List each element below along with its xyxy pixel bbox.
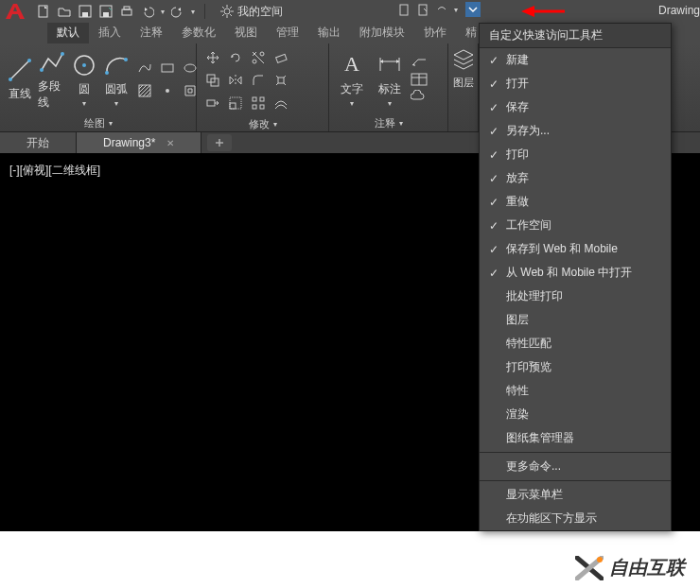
scale-icon[interactable]: [225, 93, 246, 113]
text-button[interactable]: A 文字 ▾: [335, 51, 369, 108]
ribbon-tab-default[interactable]: 默认: [47, 22, 89, 43]
check-icon: ✓: [489, 54, 506, 67]
svg-line-15: [222, 14, 224, 16]
ribbon-tab-annotate[interactable]: 注释: [131, 22, 172, 43]
trim-icon[interactable]: [248, 47, 269, 68]
print-icon[interactable]: [119, 4, 134, 19]
cloud-icon[interactable]: [411, 90, 428, 103]
viewport-label[interactable]: [-][俯视][二维线框]: [9, 164, 100, 177]
table-sm-icon[interactable]: [411, 73, 428, 86]
rotate-icon[interactable]: [225, 47, 246, 68]
menu-item-9[interactable]: ✓从 Web 和 Mobile 中打开: [480, 261, 671, 285]
close-icon[interactable]: ✕: [166, 138, 174, 148]
menu-item-3[interactable]: ✓另存为...: [480, 119, 671, 143]
explode-icon[interactable]: [271, 70, 291, 91]
share-icon[interactable]: [435, 3, 448, 16]
ribbon-tab-addins[interactable]: 附加模块: [350, 22, 414, 43]
workspace-selector[interactable]: 我的空间: [215, 2, 289, 21]
quick-access-toolbar: ▾ ▾ 我的空间: [30, 2, 294, 21]
menu-item-16[interactable]: 图纸集管理器: [480, 426, 671, 450]
svg-rect-28: [162, 64, 173, 72]
menu-item-8[interactable]: ✓保存到 Web 和 Mobile: [480, 237, 671, 261]
copy-icon[interactable]: [202, 70, 223, 91]
menu-header: 自定义快速访问工具栏: [480, 24, 671, 48]
svg-point-32: [253, 60, 256, 63]
spline-icon[interactable]: [134, 58, 155, 78]
undo-dropdown-icon[interactable]: ▾: [161, 8, 165, 16]
array-icon[interactable]: [248, 93, 269, 113]
circle-button[interactable]: 圆 ▾: [70, 51, 98, 108]
svg-line-19: [10, 61, 29, 79]
ribbon-tab-insert[interactable]: 插入: [89, 22, 131, 43]
ribbon-tab-parametric[interactable]: 参数化: [172, 22, 225, 43]
menu-item-15[interactable]: 渲染: [480, 403, 671, 426]
web-open-icon[interactable]: [416, 3, 429, 16]
menu-item-7[interactable]: ✓工作空间: [480, 214, 671, 237]
web-save-icon[interactable]: [397, 3, 411, 16]
menu-item-11[interactable]: 图层: [480, 308, 671, 332]
menu-more-commands[interactable]: 更多命令...: [480, 455, 671, 478]
svg-rect-43: [253, 105, 256, 109]
ribbon-tab-output[interactable]: 输出: [308, 22, 350, 43]
redo-icon[interactable]: [170, 4, 185, 19]
saveas-icon[interactable]: [98, 4, 114, 19]
doc-tab-start[interactable]: 开始: [0, 132, 77, 153]
arc-button[interactable]: 圆弧 ▾: [102, 51, 131, 108]
ribbon-tab-view[interactable]: 视图: [225, 22, 267, 43]
menu-item-5[interactable]: ✓放弃: [480, 166, 671, 190]
undo-icon[interactable]: [140, 4, 155, 19]
fillet-icon[interactable]: [248, 70, 269, 91]
line-icon: [6, 56, 34, 84]
move-icon[interactable]: [202, 47, 223, 68]
menu-item-10[interactable]: 批处理打印: [480, 285, 671, 308]
svg-point-27: [124, 58, 128, 61]
svg-point-23: [61, 52, 64, 56]
ribbon-tab-collab[interactable]: 协作: [414, 22, 456, 43]
watermark-icon: [575, 556, 604, 580]
qat-customize-dropdown[interactable]: [465, 2, 481, 17]
open-icon[interactable]: [57, 4, 72, 19]
modify-tools: [202, 47, 291, 113]
svg-rect-16: [400, 5, 408, 15]
polyline-button[interactable]: 多段线: [38, 48, 66, 111]
erase-icon[interactable]: [271, 47, 291, 68]
point-icon[interactable]: [157, 80, 178, 101]
text-icon: A: [338, 51, 366, 79]
menu-item-14[interactable]: 特性: [480, 379, 671, 403]
svg-point-25: [82, 63, 86, 67]
qat-more-icon[interactable]: ▾: [454, 6, 458, 14]
mirror-icon[interactable]: [225, 70, 246, 91]
panel-annotate: A 文字 ▾ 标注 ▾ 注释▾: [329, 43, 448, 131]
leader-icon[interactable]: [411, 56, 428, 69]
hatch-icon[interactable]: [134, 80, 155, 101]
line-button[interactable]: 直线: [6, 56, 34, 102]
dimension-button[interactable]: 标注 ▾: [373, 51, 407, 108]
menu-item-2[interactable]: ✓保存: [480, 95, 671, 119]
stretch-icon[interactable]: [202, 93, 223, 113]
new-icon[interactable]: [36, 4, 51, 19]
menu-item-12[interactable]: 特性匹配: [480, 332, 671, 355]
svg-rect-38: [207, 100, 215, 106]
menu-item-13[interactable]: 打印预览: [480, 355, 671, 379]
svg-rect-6: [124, 7, 130, 9]
check-icon: ✓: [489, 148, 506, 162]
ribbon-tab-manage[interactable]: 管理: [267, 22, 308, 43]
save-icon[interactable]: [78, 4, 93, 19]
arc-icon: [102, 51, 131, 79]
offset-icon[interactable]: [271, 93, 291, 113]
layer-icon[interactable]: [451, 47, 476, 72]
svg-line-13: [230, 14, 232, 16]
add-tab-button[interactable]: [207, 134, 232, 151]
doc-tab-drawing3[interactable]: Drawing3* ✕: [77, 132, 201, 153]
menu-item-4[interactable]: ✓打印: [480, 143, 671, 166]
menu-show-menubar[interactable]: 显示菜单栏: [480, 483, 671, 507]
menu-item-0[interactable]: ✓新建: [480, 48, 671, 72]
menu-below-ribbon[interactable]: 在功能区下方显示: [480, 507, 671, 530]
menu-item-1[interactable]: ✓打开: [480, 72, 671, 95]
redo-dropdown-icon[interactable]: ▾: [191, 8, 195, 16]
rect-icon[interactable]: [157, 58, 178, 78]
menu-item-6[interactable]: ✓重做: [480, 190, 671, 214]
annotation-arrow-1: [521, 3, 567, 20]
svg-point-29: [184, 64, 196, 72]
app-logo[interactable]: [0, 0, 30, 23]
